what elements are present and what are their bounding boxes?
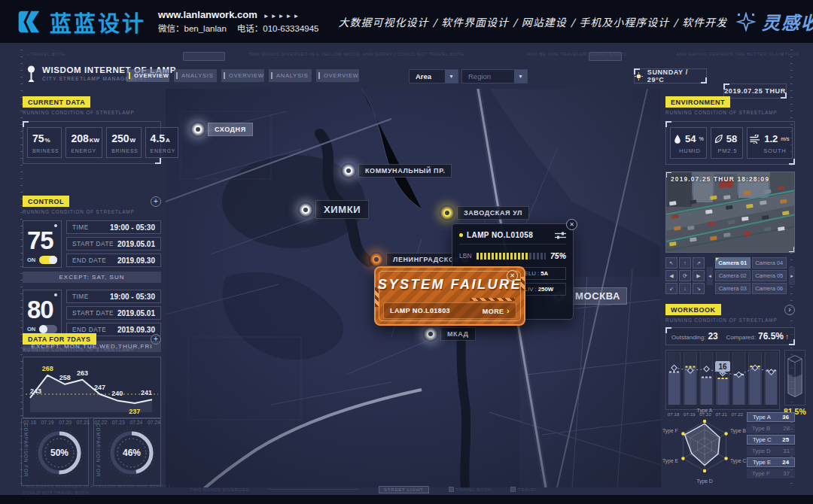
camera-05-button[interactable]: Camera 05 (752, 270, 787, 281)
close-icon[interactable] (566, 219, 577, 230)
environment-panel: ENVIRONMENT RUNNING CONDITION OF STREETL… (665, 96, 795, 165)
panel-subtitle: RUNNING CONDITION OF STREETLAMP (23, 110, 161, 115)
header-tabs: OVERVIEW ANALYSIS OVERVIEW ANALYSIS OVER… (126, 69, 359, 82)
brand-contact: www.lanlanwork.com►►►►► 微信：ben_lanlan电话：… (158, 8, 329, 35)
camera-prev-button[interactable]: ◂ (707, 267, 713, 285)
pan-up-button[interactable]: ↑ (679, 257, 691, 269)
camera-03-button[interactable]: Camera 03 (715, 283, 751, 294)
location-label: МКАД (440, 327, 476, 341)
on-label: ON (27, 257, 35, 263)
map-location-mkad[interactable]: МКАД (423, 326, 476, 342)
brand-website[interactable]: www.lanlanwork.com (158, 9, 257, 20)
pan-left-button[interactable]: ◀ (665, 270, 678, 281)
reset-view-button[interactable]: ⟳ (679, 270, 691, 281)
type-row-d[interactable]: Type D31 (747, 446, 795, 456)
lamp-marker-icon[interactable] (298, 202, 313, 217)
close-icon[interactable] (507, 270, 518, 281)
city-map[interactable]: СХОДНЯ КОММУНАЛЬНЫЙ ПР. ХИМКИ ЗАВОДСКАЯ … (166, 89, 661, 487)
svg-text:258: 258 (59, 374, 71, 381)
tab-analysis-2[interactable]: ANALYSIS (269, 69, 312, 82)
tab-label: OVERVIEW (324, 72, 359, 79)
tab-overview-1[interactable]: OVERVIEW (126, 69, 169, 82)
workbook-next-button[interactable] (784, 305, 795, 315)
camera-06-button[interactable]: Camera 06 (752, 283, 787, 294)
time-row[interactable]: TIME19:00 - 05:30 (66, 290, 161, 303)
pan-down-left-button[interactable]: ↙ (665, 283, 678, 294)
end-date-row[interactable]: END DATE2019.09.30 (66, 254, 161, 267)
camera-controls: ↖ ↑ ↗ ◀ ⟳ ▶ ↙ ↓ ↘ ◂ Camera 01 Camera 02 … (665, 257, 795, 294)
type-row-f[interactable]: Type F37 (747, 469, 795, 478)
up-arrow-icon (785, 332, 789, 341)
lamp-toggle[interactable] (39, 256, 57, 264)
tab-analysis-1[interactable]: ANALYSIS (174, 69, 217, 82)
tab-overview-2[interactable]: OVERVIEW (221, 69, 264, 82)
type-row-b[interactable]: Type B28 (747, 424, 795, 433)
camera-04-button[interactable]: Camera 04 (752, 257, 787, 269)
pan-down-right-button[interactable]: ↘ (693, 283, 705, 294)
lamp-marker-warning-icon[interactable] (440, 205, 455, 220)
expand-chart-button[interactable] (151, 334, 161, 345)
sliders-icon[interactable] (555, 232, 566, 239)
travel-both-checkbox[interactable]: TRAVEL BOTH (449, 487, 492, 492)
svg-text:241: 241 (141, 389, 152, 396)
camera-panel: 2019.07.25 THUR 18:28:09 ↖ ↑ ↗ ◀ ⟳ ▶ ↙ ↓… (665, 172, 795, 294)
location-label: КОММУНАЛЬНЫЙ ПР. (358, 164, 452, 178)
region-select[interactable]: Region (461, 69, 528, 83)
area-select-value: Area (416, 72, 431, 80)
lamp-marker-icon[interactable] (423, 326, 438, 342)
brightness-value: 80 (27, 297, 57, 322)
date-text: 2019.07.25 THUR (724, 87, 786, 95)
type-row-c[interactable]: Type C25 (747, 435, 795, 445)
pan-up-left-button[interactable]: ↖ (665, 257, 678, 269)
type-row-a[interactable]: Type A36 (747, 412, 795, 422)
add-schedule-button[interactable] (151, 196, 161, 207)
start-date-row[interactable]: START DATE2019.05.01 (66, 306, 161, 320)
brightness-label: LBN (459, 252, 472, 260)
chevron-down-icon[interactable] (445, 70, 458, 83)
map-location-shodnya[interactable]: СХОДНЯ (190, 122, 253, 137)
weather-text: SUNNDAY / 29°C (647, 68, 706, 83)
panel-subtitle: RUNNING CONDITION OF STREETLAMP (23, 347, 161, 352)
tab-overview-3[interactable]: OVERVIEW (316, 69, 359, 82)
camera-02-button[interactable]: Camera 02 (715, 270, 751, 281)
lamp-toggle[interactable] (39, 325, 57, 333)
type-analysis-panel: Type A Type B Type C Type D Type E Type … (665, 408, 795, 485)
sun-icon (635, 72, 643, 80)
panel-badge: DATA FOR 7DAYS (23, 333, 96, 345)
start-date-row[interactable]: START DATE2019.05.01 (66, 237, 161, 250)
pan-right-button[interactable]: ▶ (693, 270, 705, 281)
panel-subtitle: RUNNING CONDITION OF STREETLAMP (665, 110, 795, 115)
camera-next-button[interactable]: ▸ (789, 267, 795, 285)
streetlamp-icon (26, 65, 37, 84)
system-failure-popup: SYSTEM FAILURE LAMP NO.L01803 MORE (374, 266, 525, 326)
travel-checkbox[interactable]: TRAVEL (510, 487, 537, 492)
camera-01-button[interactable]: Camera 01 (715, 257, 751, 269)
lamp-marker-icon[interactable] (190, 122, 206, 137)
pan-up-right-button[interactable]: ↗ (693, 257, 705, 269)
inspiration-collect[interactable]: 灵感收集 (736, 8, 813, 35)
map-location-khimki[interactable]: ХИМКИ (298, 200, 369, 219)
map-location-kommunalny[interactable]: КОММУНАЛЬНЫЙ ПР. (341, 163, 452, 178)
panel-subtitle: RUNNING CONDITION OF STREETLAMP (665, 317, 795, 323)
tab-label: OVERVIEW (134, 72, 169, 79)
sparkle-icon (736, 12, 756, 32)
brand-logo-text: 蓝蓝设计 (50, 6, 146, 38)
pan-down-button[interactable]: ↓ (679, 283, 691, 294)
camera-feed[interactable]: 2019.07.25 THUR 18:28:09 (665, 172, 795, 253)
area-select[interactable]: Area (409, 69, 458, 83)
map-location-zavodskaya[interactable]: ЗАВОДСКАЯ УЛ (440, 205, 529, 220)
lamp-marker-failure-icon[interactable] (369, 252, 384, 267)
lamp-marker-icon[interactable] (341, 163, 356, 178)
region-select-value: Region (468, 72, 491, 80)
lamp-id: LAMP NO.L01058 (467, 231, 551, 239)
type-row-e[interactable]: Type E24 (747, 457, 795, 467)
chevron-down-icon[interactable] (514, 70, 527, 83)
control-group-1: 75 ON TIME19:00 - 05:30 START DATE2019.0… (23, 220, 161, 268)
location-label: ЗАВОДСКАЯ УЛ (457, 206, 529, 220)
svg-text:16: 16 (718, 363, 727, 371)
time-row[interactable]: TIME19:00 - 05:30 (66, 220, 161, 234)
brightness-bar[interactable] (477, 253, 546, 260)
more-button[interactable]: MORE (483, 306, 510, 315)
gauge-value: 46% (105, 448, 159, 458)
tab-tick (129, 72, 130, 79)
